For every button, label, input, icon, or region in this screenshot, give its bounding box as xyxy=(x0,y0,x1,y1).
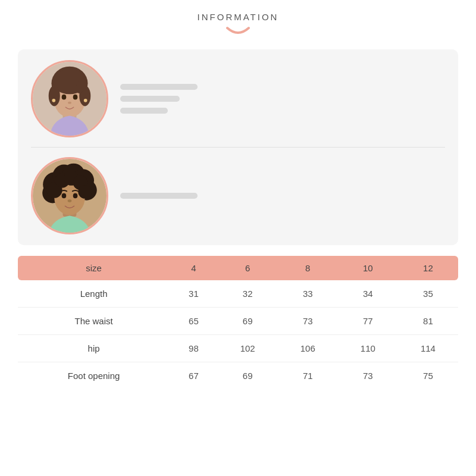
col-header-4: 4 xyxy=(170,256,218,280)
cell-2-1: 102 xyxy=(218,335,278,362)
cell-3-4: 75 xyxy=(398,362,458,390)
row-label-2: hip xyxy=(18,335,170,362)
svg-point-26 xyxy=(78,185,92,199)
info-line-2-1 xyxy=(120,193,198,199)
cell-0-2: 33 xyxy=(278,280,338,308)
table-row: The waist6569737781 xyxy=(18,308,458,335)
size-table-wrapper: size 4 6 8 10 12 Length3132333435The wai… xyxy=(18,256,458,389)
info-line-1-2 xyxy=(120,96,180,102)
cell-2-4: 114 xyxy=(398,335,458,362)
svg-point-12 xyxy=(84,99,87,102)
cell-2-0: 98 xyxy=(170,335,218,362)
svg-point-9 xyxy=(73,95,78,100)
cell-1-2: 73 xyxy=(278,308,338,335)
row-label-0: Length xyxy=(18,280,170,308)
table-row: Foot opening6769717375 xyxy=(18,362,458,390)
row-label-3: Foot opening xyxy=(18,362,170,390)
col-header-size: size xyxy=(18,256,170,280)
svg-point-8 xyxy=(62,95,67,100)
page-title: INFORMATION xyxy=(198,12,279,22)
table-row: Length3132333435 xyxy=(18,280,458,308)
row-label-1: The waist xyxy=(18,308,170,335)
svg-point-27 xyxy=(62,193,67,199)
avatar-1 xyxy=(31,60,108,137)
profile-row-1 xyxy=(31,60,445,137)
svg-point-11 xyxy=(52,99,55,102)
size-table: size 4 6 8 10 12 Length3132333435The wai… xyxy=(18,256,458,389)
table-body: Length3132333435The waist6569737781hip98… xyxy=(18,280,458,389)
cell-3-2: 71 xyxy=(278,362,338,390)
cell-3-1: 69 xyxy=(218,362,278,390)
col-header-12: 12 xyxy=(398,256,458,280)
cell-0-4: 35 xyxy=(398,280,458,308)
table-header-row: size 4 6 8 10 12 xyxy=(18,256,458,280)
cell-0-1: 32 xyxy=(218,280,278,308)
col-header-8: 8 xyxy=(278,256,338,280)
col-header-10: 10 xyxy=(338,256,398,280)
col-header-6: 6 xyxy=(218,256,278,280)
info-line-1-1 xyxy=(120,84,198,90)
cell-1-3: 77 xyxy=(338,308,398,335)
table-header: size 4 6 8 10 12 xyxy=(18,256,458,280)
table-row: hip98102106110114 xyxy=(18,335,458,362)
cell-0-3: 34 xyxy=(338,280,398,308)
info-line-1-3 xyxy=(120,108,168,114)
cell-1-4: 81 xyxy=(398,308,458,335)
svg-point-10 xyxy=(68,102,71,104)
page: INFORMATION xyxy=(0,0,476,476)
profile-divider xyxy=(31,147,445,148)
profiles-card xyxy=(18,49,458,245)
svg-point-5 xyxy=(49,86,60,106)
avatar-2 xyxy=(31,157,108,234)
profile-row-2 xyxy=(31,157,445,234)
cell-2-3: 110 xyxy=(338,335,398,362)
cell-3-0: 67 xyxy=(170,362,218,390)
svg-point-29 xyxy=(68,199,72,202)
cell-3-3: 73 xyxy=(338,362,398,390)
cell-1-1: 69 xyxy=(218,308,278,335)
profile-info-2 xyxy=(120,193,198,199)
profile-info-1 xyxy=(120,84,198,114)
cell-0-0: 31 xyxy=(170,280,218,308)
cell-2-2: 106 xyxy=(278,335,338,362)
svg-point-28 xyxy=(73,193,78,199)
cell-1-0: 65 xyxy=(170,308,218,335)
smile-decoration xyxy=(225,26,251,39)
header: INFORMATION xyxy=(198,12,279,39)
